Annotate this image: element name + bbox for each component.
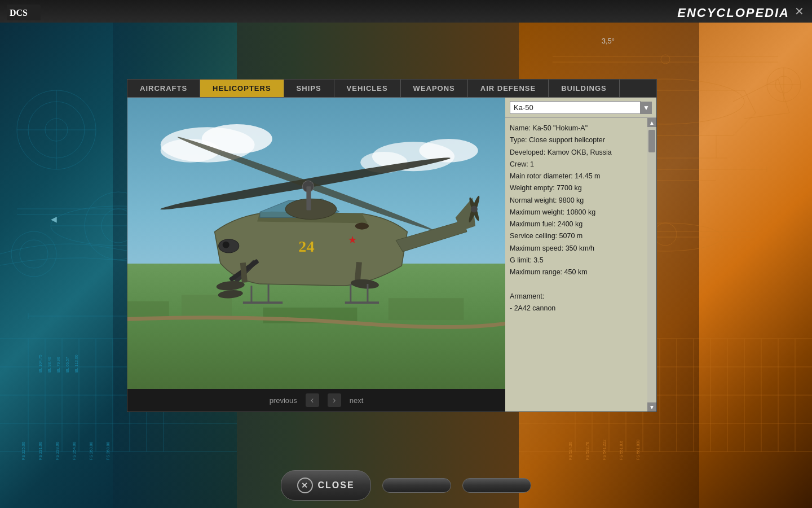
svg-text:DCS: DCS xyxy=(10,8,28,17)
info-armament-item: - 2A42 cannon xyxy=(510,303,651,314)
left-navigation-arrow[interactable]: ◀ xyxy=(51,214,57,224)
info-normal-weight: Normal weight: 9800 kg xyxy=(510,195,651,207)
helicopter-image: 24 ★ xyxy=(127,98,505,411)
encyclopedia-panel: AIRCRAFTS HELICOPTERS SHIPS VEHICLES WEA… xyxy=(127,79,657,412)
prev-arrow-button[interactable]: ‹ xyxy=(306,393,319,407)
info-rotor-diameter: Main rotor diameter: 14.45 m xyxy=(510,170,651,182)
info-max-fuel: Maximum fuel: 2400 kg xyxy=(510,218,651,230)
tab-buildings[interactable]: BUILDINGS xyxy=(549,80,620,97)
previous-button[interactable]: previous xyxy=(270,396,297,405)
svg-text:24: 24 xyxy=(298,237,314,255)
tab-ships[interactable]: SHIPS xyxy=(284,80,334,97)
tab-helicopters[interactable]: HELICOPTERS xyxy=(200,80,284,97)
info-max-range: Maximum range: 450 km xyxy=(510,266,651,278)
dropdown-arrow-button[interactable]: ▼ xyxy=(641,102,652,114)
scroll-track xyxy=(647,127,656,402)
bottom-button-2[interactable] xyxy=(382,478,451,493)
tab-aircrafts[interactable]: AIRCRAFTS xyxy=(127,80,200,97)
tab-air-defense[interactable]: AIR DEFENSE xyxy=(468,80,549,97)
tab-vehicles[interactable]: VEHICLES xyxy=(334,80,401,97)
bottom-button-3[interactable] xyxy=(462,478,531,493)
image-panel: 24 ★ previous ‹ › next xyxy=(127,98,505,411)
dropdown-row: Ka-50 Mi-8 Mi-24 UH-1H ▼ xyxy=(505,98,656,118)
info-service-ceiling: Service celling: 5070 m xyxy=(510,230,651,242)
scrollbar: ▲ ▼ xyxy=(647,118,656,411)
info-weight-empty: Weight empty: 7700 kg xyxy=(510,182,651,194)
scroll-up-button[interactable]: ▲ xyxy=(647,118,656,127)
info-max-weight: Maximum weight: 10800 kg xyxy=(510,207,651,218)
info-crew: Crew: 1 xyxy=(510,159,651,170)
info-armament-label: Armament: xyxy=(510,291,651,303)
svg-text:★: ★ xyxy=(347,234,356,245)
tabs-bar: AIRCRAFTS HELICOPTERS SHIPS VEHICLES WEA… xyxy=(127,80,656,98)
scroll-thumb[interactable] xyxy=(648,130,655,152)
info-text-container: Name: Ka-50 "Hokum-A" Type: Close suppor… xyxy=(505,118,656,411)
svg-point-115 xyxy=(216,280,245,291)
info-panel: Ka-50 Mi-8 Mi-24 UH-1H ▼ Name: Ka-50 "Ho… xyxy=(505,98,656,411)
close-label: CLOSE xyxy=(317,480,354,491)
helicopter-svg: 24 ★ xyxy=(147,129,487,374)
navigation-bar: previous ‹ › next xyxy=(127,389,505,411)
info-text-area: Name: Ka-50 "Hokum-A" Type: Close suppor… xyxy=(505,118,656,411)
svg-rect-111 xyxy=(306,186,311,210)
info-g-limit: G limit: 3.5 xyxy=(510,255,651,266)
close-button[interactable]: ✕ CLOSE xyxy=(281,470,370,501)
close-circle-icon: ✕ xyxy=(297,478,313,493)
angle-indicator: 3,5° xyxy=(602,37,615,45)
svg-point-126 xyxy=(355,222,368,229)
info-name: Name: Ka-50 "Hokum-A" xyxy=(510,122,651,134)
next-button[interactable]: next xyxy=(350,396,364,405)
svg-point-109 xyxy=(470,205,477,212)
window-close-button[interactable]: ✕ xyxy=(795,5,804,18)
dcs-logo: DCS xyxy=(7,5,41,20)
svg-point-116 xyxy=(218,289,243,299)
svg-point-128 xyxy=(222,241,229,248)
content-area: 24 ★ previous ‹ › next xyxy=(127,98,656,411)
info-type: Type: Close support helicopter xyxy=(510,134,651,146)
close-icon: ✕ xyxy=(301,481,309,490)
scroll-down-button[interactable]: ▼ xyxy=(647,402,656,411)
encyclopedia-title: ENCYCLOPEDIA xyxy=(677,6,789,20)
next-arrow-button[interactable]: › xyxy=(328,393,341,407)
helicopter-dropdown[interactable]: Ka-50 Mi-8 Mi-24 UH-1H xyxy=(510,101,641,114)
info-developed: Developed: Kamov OKB, Russia xyxy=(510,147,651,159)
bottom-bar: ✕ CLOSE xyxy=(0,463,812,508)
info-max-speed: Maximum speed: 350 km/h xyxy=(510,243,651,255)
info-text: Name: Ka-50 "Hokum-A" Type: Close suppor… xyxy=(510,122,651,314)
tab-weapons[interactable]: WEAPONS xyxy=(401,80,468,97)
